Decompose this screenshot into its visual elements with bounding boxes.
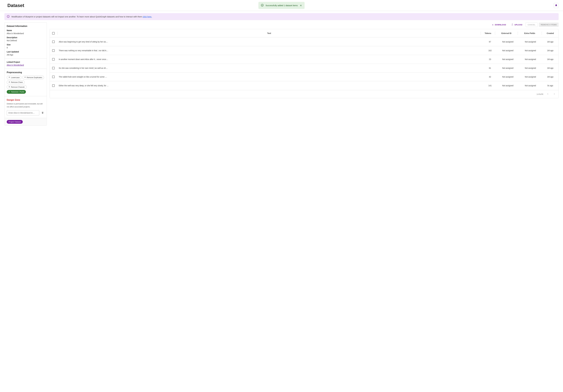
check-icon [9, 91, 10, 93]
danger-zone-text: Deletion is permanent and irrevesible, b… [7, 102, 45, 108]
row-tokens: 42 [489, 76, 491, 78]
info-banner: Modification of blueprint or project dat… [4, 13, 559, 20]
download-icon [492, 24, 494, 26]
row-checkbox[interactable] [52, 84, 55, 87]
toast-text: Successfully added 1 dataset items [266, 4, 298, 7]
row-created: 0s ago [547, 85, 553, 87]
row-text: So she was considering in her own mind (… [59, 67, 108, 69]
delete-button[interactable] [41, 111, 45, 115]
size-label: Size [7, 44, 45, 46]
chip-tokenizer[interactable]: Tokenizer: Punkt [7, 90, 26, 94]
trash-icon [41, 113, 44, 114]
row-checkbox[interactable] [52, 49, 55, 52]
info-circle-icon [7, 15, 10, 18]
download-button[interactable]: DOWNLOAD [490, 22, 508, 27]
row-tokens: 23 [489, 58, 491, 60]
table-row[interactable]: The rabbit-hole went straight on like a … [50, 73, 559, 81]
name-value: Alice in Wonderland [7, 32, 45, 35]
notifications-button[interactable] [554, 3, 559, 8]
chip-remove-chars[interactable]: Remove Chars [7, 80, 25, 84]
row-checkbox[interactable] [52, 58, 55, 61]
row-text: There was nothing so very remarkable in … [59, 50, 108, 52]
chip-label: Remove Duplicates [27, 76, 42, 78]
download-label: DOWNLOAD [495, 24, 506, 26]
x-icon [24, 76, 26, 78]
chevron-left-icon [546, 93, 549, 96]
dataset-table: Text Tokens External ID Extra Fields Cre… [50, 29, 559, 98]
svg-point-0 [261, 4, 263, 6]
toast-close-button[interactable] [300, 4, 302, 7]
row-checkbox[interactable] [52, 40, 55, 43]
danger-zone-title: Danger Zone [7, 99, 45, 101]
row-external-id: Not assigned [502, 41, 513, 43]
row-tokens: 162 [488, 50, 491, 52]
table-row[interactable]: Alice was beginning to get very tired of… [50, 38, 559, 46]
check-circle-icon [261, 4, 264, 7]
delete-confirm-input[interactable] [7, 110, 39, 115]
chip-label: Remove Chars [11, 81, 23, 83]
header-text: Text [267, 32, 271, 34]
last-updated-value: 2M Ago [7, 54, 45, 56]
header-extra-fields: Extra Fields [524, 32, 535, 34]
row-external-id: Not assigned [502, 76, 513, 78]
preprocessing-title: Preprocessing [7, 71, 45, 74]
select-all-checkbox[interactable] [52, 32, 55, 35]
row-checkbox[interactable] [52, 76, 55, 78]
linked-project-label: Linked Project [7, 61, 45, 63]
remove-items-button: REMOVE 0 ITEMS [539, 23, 559, 27]
success-toast: Successfully added 1 dataset items [258, 2, 305, 9]
table-row[interactable]: Either the well was very deep, or she fe… [50, 81, 559, 90]
row-text: In another moment down went Alice after … [59, 58, 108, 60]
row-extra-fields: Not assigned [525, 76, 536, 78]
row-external-id: Not assigned [502, 58, 513, 60]
row-tokens: 61 [489, 67, 491, 69]
svg-point-3 [8, 16, 8, 16]
next-page-button[interactable] [552, 92, 556, 96]
table-row[interactable]: In another moment down went Alice after … [50, 55, 559, 64]
row-created: 1M ago [547, 50, 553, 52]
bell-icon [555, 4, 557, 7]
sidebar: Dataset Information Name Alice in Wonder… [4, 22, 47, 126]
row-created: 1M ago [547, 67, 553, 69]
row-external-id: Not assigned [502, 85, 513, 87]
pagination-info: 1–6 of 6 [537, 93, 543, 95]
description-value: Not Defined [7, 39, 45, 42]
info-banner-text: Modification of blueprint or project dat… [12, 15, 152, 18]
row-extra-fields: Not assigned [525, 58, 536, 60]
name-label: Name [7, 29, 45, 32]
chip-label: Tokenizer: Punkt [11, 91, 24, 93]
row-external-id: Not assigned [502, 67, 513, 69]
row-created: 1M ago [547, 41, 553, 43]
chip-remove-charset[interactable]: Remove Charset: [7, 85, 26, 89]
description-label: Description [7, 37, 45, 39]
dataset-info-title: Dataset Information [7, 25, 45, 27]
prev-page-button[interactable] [546, 92, 550, 96]
project-dataset-badge: Project Dataset [7, 120, 23, 124]
row-checkbox[interactable] [52, 67, 55, 69]
x-icon [9, 86, 10, 88]
table-row[interactable]: So she was considering in her own mind (… [50, 64, 559, 73]
cancel-button[interactable]: CANCEL [525, 23, 537, 27]
header-external-id: External ID [501, 32, 511, 34]
chip-remove-duplicates[interactable]: Remove Duplicates [23, 76, 44, 79]
header-created: Created [547, 32, 554, 34]
table-footer: 1–6 of 6 [50, 90, 559, 98]
row-extra-fields: Not assigned [525, 50, 536, 52]
chevron-right-icon [553, 93, 556, 96]
upload-button[interactable]: UPLOAD [509, 22, 524, 27]
row-extra-fields: Not assigned [525, 41, 536, 43]
chip-lowercase[interactable]: Lowercase [7, 76, 21, 79]
row-extra-fields: Not assigned [525, 85, 536, 87]
upload-icon [511, 24, 513, 26]
row-tokens: 141 [488, 85, 491, 87]
row-external-id: Not assigned [502, 50, 513, 52]
x-icon [9, 76, 10, 78]
table-header: Text Tokens External ID Extra Fields Cre… [50, 29, 559, 38]
row-created: 1M ago [547, 76, 553, 78]
row-tokens: 67 [489, 41, 491, 43]
row-created: 1M ago [547, 58, 553, 60]
info-banner-link[interactable]: click here. [143, 15, 152, 18]
linked-project-link[interactable]: Alice In Wonderland [7, 64, 24, 66]
x-icon [9, 81, 10, 83]
table-row[interactable]: There was nothing so very remarkable in … [50, 46, 559, 55]
